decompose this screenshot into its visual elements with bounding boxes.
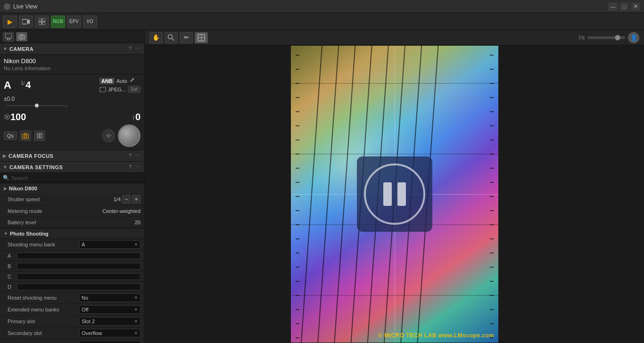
svg-rect-11 — [100, 87, 106, 92]
panel-tabs — [0, 30, 144, 43]
image-area: ✋ ✏ Fit 👤 — [145, 30, 644, 343]
photo-shooting-header[interactable]: ▼ Photo Shooting — [0, 229, 144, 239]
iso-value: 100 — [10, 112, 26, 122]
ev-bar: - + — [4, 102, 140, 109]
ev-value: ±0.0 — [4, 96, 140, 102]
photo-shooting-chevron-icon: ▼ — [4, 231, 8, 236]
rgb-button[interactable]: RGB — [51, 16, 65, 28]
film-button[interactable] — [19, 16, 33, 28]
shutter-denominator: 4 — [25, 80, 31, 90]
camera-name: Nikon D800 — [4, 57, 140, 65]
focus-menu-button[interactable]: ⋯ — [134, 152, 141, 159]
draw-tool-button[interactable]: ✏ — [180, 32, 193, 43]
metering-mode-row: Metering mode Center-weighted — [0, 205, 144, 217]
search-input[interactable] — [11, 175, 141, 181]
settings-scroll-area[interactable]: ▶ CAMERA FOCUS ? ⋯ ▼ CAMERA SETTINGS ? ⋯… — [0, 150, 144, 343]
main-content: ▼ CAMERA ? ⋯ Nikon D800 No Lens Informat… — [0, 30, 644, 343]
camera-section-header[interactable]: ▼ CAMERA ? ⋯ — [0, 43, 144, 55]
microscope-image-container: © MICRO TECH LAB www.LMscope.com — [145, 45, 644, 343]
qs-button[interactable]: Qs — [4, 131, 17, 140]
shooting-menu-bank-label: Shooting menu bank — [8, 242, 79, 247]
reset-shooting-menu-row: Reset shooting menu No ▼ — [0, 292, 144, 304]
camera-controls: A 1/ 4 ANB Auto JPEG... — [0, 74, 144, 150]
settings-menu-button[interactable]: ⋯ — [134, 163, 141, 171]
minimize-button[interactable]: — — [608, 2, 618, 11]
reset-shooting-menu-select[interactable]: No ▼ — [79, 294, 140, 302]
camera-section-actions: ? ⋯ — [128, 45, 141, 52]
shooting-menu-bank-select[interactable]: A ▼ — [79, 240, 140, 249]
app-icon — [4, 3, 10, 10]
close-button[interactable]: ✕ — [631, 2, 640, 11]
svg-rect-26 — [37, 133, 39, 138]
photo-icon-button[interactable] — [20, 131, 31, 141]
shutter-speed-value: 1/4 — [114, 196, 121, 202]
metering-mode-value: Center-weighted — [102, 208, 140, 214]
panel-tab-monitor[interactable] — [3, 32, 14, 41]
metering-mode-label: Metering mode — [8, 208, 102, 214]
shutter-increase-button[interactable]: + — [132, 195, 140, 204]
zoom-control: Fit 👤 — [579, 32, 639, 43]
settings-chevron-icon: ▼ — [3, 164, 8, 170]
wb-value: Auto — [116, 78, 127, 84]
secondary-slot-select[interactable]: Overflow ▼ — [79, 329, 140, 337]
svg-rect-3 — [42, 18, 45, 21]
pause-circle — [364, 163, 425, 225]
svg-line-30 — [172, 38, 174, 41]
shutter-numerator: 1/ — [21, 81, 25, 86]
zoom-thumb[interactable] — [615, 35, 620, 41]
panel-tab-camera[interactable] — [16, 32, 27, 41]
ev-bar-graphic: - + — [4, 102, 70, 109]
settings-help-button[interactable]: ? — [128, 163, 132, 171]
extended-menu-banks-select[interactable]: Off ▼ — [79, 305, 140, 314]
eyedropper-icon[interactable] — [129, 77, 135, 84]
shutter-decrease-button[interactable]: − — [122, 195, 131, 204]
io-button[interactable]: I/O — [83, 16, 97, 28]
camera-menu-button[interactable]: ⋯ — [134, 45, 141, 52]
pause-bars — [383, 182, 406, 206]
controls-row-2: ±0.0 - + — [4, 96, 140, 109]
shooting-menu-bank-row: Shooting menu bank A ▼ — [0, 239, 144, 251]
focus-help-button[interactable]: ? — [128, 152, 132, 159]
svg-text:+: + — [65, 106, 67, 109]
grid-button[interactable] — [35, 16, 49, 28]
camera-settings-title: CAMERA SETTINGS — [9, 164, 128, 170]
nikon-chevron-icon: ▶ — [4, 186, 7, 191]
camera-chevron-icon: ▼ — [3, 46, 8, 51]
hand-tool-button[interactable]: ✋ — [149, 32, 163, 43]
microscope-image: © MICRO TECH LAB www.LMscope.com — [291, 46, 498, 343]
bracket-button[interactable] — [34, 131, 45, 141]
shutter-speed-display: 1/ 4 — [21, 80, 31, 90]
play-button[interactable]: ▶ — [3, 16, 17, 28]
shutter-button[interactable] — [118, 124, 140, 147]
ev-display: ±0.0 - + — [4, 96, 140, 109]
controls-row-3: 100 f 0 — [4, 112, 140, 122]
image-tool-group: ✋ ✏ — [149, 32, 208, 43]
format-row: JPEG... Set — [99, 86, 140, 93]
wb-area: ANB Auto JPEG... Set — [99, 77, 140, 93]
bank-d-bar — [17, 284, 140, 290]
pause-overlay[interactable] — [357, 156, 432, 232]
camera-focus-title: CAMERA FOCUS — [8, 153, 128, 159]
bank-c-bar — [17, 273, 140, 280]
overlay-tool-button[interactable] — [195, 32, 208, 43]
zoom-tool-button[interactable] — [165, 32, 178, 43]
zoom-bar[interactable] — [587, 36, 625, 39]
shutter-speed-row: Shutter speed 1/4 − + — [0, 194, 144, 205]
left-panel: ▼ CAMERA ? ⋯ Nikon D800 No Lens Informat… — [0, 30, 145, 343]
camera-settings-section-header[interactable]: ▼ CAMERA SETTINGS ? ⋯ — [0, 162, 144, 173]
secondary-slot-label: Secondary slot — [8, 330, 79, 336]
back-button[interactable] — [102, 129, 115, 142]
maximize-button[interactable]: □ — [619, 2, 629, 11]
set-button[interactable]: Set — [128, 86, 140, 93]
primary-slot-select[interactable]: Slot 2 ▼ — [79, 317, 140, 326]
shutter-speed-label: Shutter speed — [8, 196, 114, 202]
iso-icon — [4, 114, 10, 120]
epv-button[interactable]: EPV — [67, 16, 81, 28]
camera-help-button[interactable]: ? — [128, 45, 132, 52]
nikon-subsection-header[interactable]: ▶ Nikon D800 — [0, 183, 144, 194]
image-area-select[interactable]: FX ▼ — [79, 341, 140, 343]
shooting-menu-bank-arrow-icon: ▼ — [134, 242, 138, 247]
pause-bar-left — [383, 182, 392, 206]
camera-focus-section-header[interactable]: ▶ CAMERA FOCUS ? ⋯ — [0, 150, 144, 162]
camera-info: Nikon D800 No Lens Information — [0, 55, 144, 74]
